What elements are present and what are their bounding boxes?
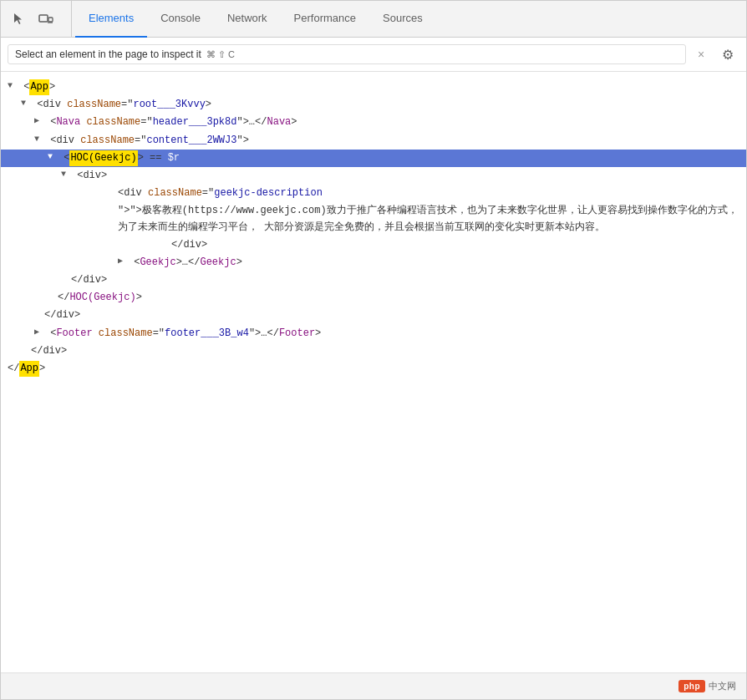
tree-line-div-root-close[interactable]: </div> [1,342,746,360]
desc-text-content: ">极客教程(https://www.geekjc.com)致力于推广各种编程语… [118,205,738,232]
tree-line-div-desc-close[interactable]: </div> [1,236,746,254]
toolbar-icons [8,1,72,37]
attr-classname-nava: className [80,114,140,130]
tree-line-div-content[interactable]: <div className="content___2WWJ3"> [1,132,746,150]
tag-app-open: App [29,79,49,95]
tree-line-app-close[interactable]: </App> [1,360,746,378]
bottom-bar: php 中文网 [1,672,746,699]
tree-line-div-inner-close[interactable]: </div> [1,271,746,289]
tag-footer-close: Footer [279,326,315,342]
triangle-app[interactable] [8,79,18,93]
devtools-panel: Elements Console Network Performance Sou… [0,0,747,700]
attr-classname-footer: className [93,326,153,342]
tab-bar: Elements Console Network Performance Sou… [1,1,746,38]
php-logo-badge: php [678,680,705,692]
inspect-close-button[interactable]: × [693,46,709,63]
tag-geekjc: Geekjc [140,255,175,271]
attr-value-nava: header___3pk8d [153,114,237,130]
attr-value-desc: geekjc-description [214,185,323,201]
triangle-div-inner[interactable] [61,168,71,181]
tree-line-nava[interactable]: <Nava className="header___3pk8d">…</Nava… [1,114,746,131]
tree-line-app-open[interactable]: <App> [1,79,746,96]
attr-value-footer: footer___3B_w4 [165,326,249,342]
tree-line-div-desc[interactable]: <div className="geekjc-description [1,185,746,202]
attr-classname-content: className [80,133,135,149]
triangle-div-root[interactable] [21,97,31,110]
select-element-button[interactable] [8,8,31,31]
tag-nava-close: Nava [267,114,291,130]
tag-footer: Footer [56,326,92,342]
triangle-div-content[interactable] [34,133,44,146]
tab-performance[interactable]: Performance [281,1,369,38]
elements-panel: <App> <div className="root___3Kvvy> <Nav… [1,72,746,672]
tree-line-hoc[interactable]: <HOC(Geekjc)> == $r [1,150,746,167]
site-name: 中文网 [709,680,736,692]
inspect-bar: Select an element in the page to inspect… [1,38,746,72]
dollar-r: $r [168,150,180,166]
tab-console[interactable]: Console [147,1,214,38]
triangle-hoc[interactable] [48,150,58,164]
tree-line-hoc-close[interactable]: </HOC(Geekjc)> [1,289,746,307]
attr-classname-desc: className [148,185,202,201]
svg-rect-1 [48,18,53,22]
inspect-text-box: Select an element in the page to inspect… [8,44,686,64]
responsive-mode-button[interactable] [34,8,58,31]
tab-elements[interactable]: Elements [75,1,147,38]
attr-classname-root: className [67,97,121,113]
tree-line-div-content-close[interactable]: </div> [1,307,746,324]
tag-nava: Nava [56,114,80,130]
tab-sources[interactable]: Sources [369,1,436,38]
tag-hoc: HOC(Geekjc) [69,150,137,166]
tree-line-div-inner[interactable]: <div> [1,167,746,185]
triangle-geekjc[interactable] [118,255,128,268]
tree-line-footer[interactable]: <Footer className="footer___3B_w4">…</Fo… [1,325,746,342]
tag-geekjc-close: Geekjc [200,255,236,271]
triangle-nava[interactable] [34,114,44,128]
triangle-footer[interactable] [34,326,44,339]
tab-network[interactable]: Network [214,1,281,38]
inspect-shortcut: ⌘ ⇧ C [206,49,235,60]
settings-button[interactable]: ⚙ [716,43,739,66]
attr-value-content: content___2WWJ3 [146,133,236,149]
tag-hoc-close: HOC(Geekjc) [69,290,135,306]
attr-value-root: root___3Kvvy [133,97,205,113]
tag-app-close: App [19,361,39,377]
svg-rect-0 [39,15,48,22]
desc-text-block: ">">极客教程(https://www.geekjc.com)致力于推广各种编… [1,202,746,236]
tree-line-div-root[interactable]: <div className="root___3Kvvy> [1,96,746,114]
tree-line-geekjc[interactable]: <Geekjc>…</Geekjc> [1,254,746,271]
